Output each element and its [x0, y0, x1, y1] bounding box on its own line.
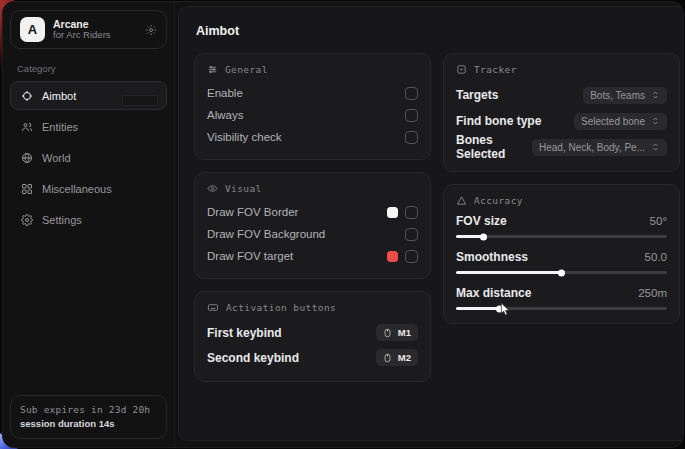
main-wrapper: Aimbot General — [175, 2, 684, 447]
sidebar-item-entities[interactable]: Entities — [10, 112, 167, 141]
slider-header: Max distance 250m — [456, 285, 667, 301]
brand-card: A Arcane for Arc Riders — [10, 10, 167, 49]
setting-row: Always — [207, 104, 418, 126]
tracker-label: Find bone type — [456, 114, 541, 128]
sidebar-item-label: World — [42, 152, 71, 164]
keybind-label: Second keybind — [207, 351, 299, 365]
max-distance-slider[interactable] — [456, 307, 667, 310]
keybind-row: First keybind M1 — [207, 320, 418, 345]
second-keybind-button[interactable]: M2 — [376, 349, 418, 366]
smoothness-group: Smoothness 50.0 — [456, 249, 667, 274]
left-column: General Enable Always Visibility check — [194, 53, 431, 382]
setting-label: Visibility check — [207, 131, 282, 143]
mouse-icon — [382, 353, 393, 363]
slider-header: Smoothness 50.0 — [456, 249, 667, 265]
sidebar-spacer — [10, 236, 167, 395]
setting-row: Enable — [207, 82, 418, 104]
slider-thumb[interactable] — [496, 305, 503, 312]
slider-value: 250m — [638, 287, 667, 299]
card-title: Visual — [225, 183, 262, 194]
right-column: Tracker Targets Bots, Teams — [443, 53, 680, 324]
setting-label: Draw FOV Border — [207, 206, 298, 218]
setting-controls — [387, 250, 418, 263]
slider-fill — [456, 307, 500, 310]
globe-icon — [21, 152, 33, 164]
gear-icon[interactable] — [145, 24, 157, 36]
bones-selected-dropdown[interactable]: Head, Neck, Body, Pe... — [532, 139, 667, 156]
setting-row: Visibility check — [207, 126, 418, 148]
fov-border-checkbox[interactable] — [405, 206, 418, 219]
slider-label: Smoothness — [456, 250, 528, 264]
fov-border-color-swatch[interactable] — [387, 207, 398, 218]
setting-row: Draw FOV Border — [207, 201, 418, 223]
brand-text: Arcane for Arc Riders — [53, 18, 111, 41]
card-title: General — [225, 64, 268, 75]
max-distance-group: Max distance 250m — [456, 285, 667, 310]
slider-fill — [456, 235, 484, 238]
always-checkbox[interactable] — [405, 109, 418, 122]
sidebar-item-label: Settings — [42, 214, 82, 226]
activation-card: Activation buttons First keybind M1 — [194, 291, 431, 382]
slider-value: 50.0 — [645, 251, 667, 263]
fov-target-checkbox[interactable] — [405, 250, 418, 263]
slider-fill — [456, 271, 562, 274]
slider-thumb[interactable] — [558, 269, 565, 276]
keybind-label: First keybind — [207, 326, 282, 340]
setting-controls — [405, 228, 418, 241]
sidebar: A Arcane for Arc Riders Category Aimbot — [3, 2, 175, 447]
sub-expiry-text: Sub expires in 23d 20h — [20, 404, 157, 415]
first-keybind-button[interactable]: M1 — [376, 324, 418, 341]
activation-card-header: Activation buttons — [207, 302, 418, 313]
sidebar-item-miscellaneous[interactable]: Miscellaneous — [10, 174, 167, 203]
sidebar-item-aimbot[interactable]: Aimbot — [10, 81, 167, 110]
smoothness-slider[interactable] — [456, 271, 667, 274]
tracker-card-header: Tracker — [456, 64, 667, 75]
fov-size-group: FOV size 50° — [456, 213, 667, 238]
mouse-icon — [382, 328, 393, 338]
slider-label: FOV size — [456, 214, 507, 228]
entities-icon — [21, 121, 33, 133]
general-card: General Enable Always Visibility check — [194, 53, 431, 160]
chevron-up-down-icon — [651, 116, 660, 126]
accuracy-card: Accuracy FOV size 50° — [443, 184, 680, 324]
chevron-up-down-icon — [651, 90, 660, 100]
setting-row: Draw FOV Background — [207, 223, 418, 245]
eye-icon — [207, 183, 218, 194]
session-duration-text: session duration 14s — [20, 418, 157, 429]
sidebar-item-world[interactable]: World — [10, 143, 167, 172]
crosshair-icon — [21, 90, 33, 102]
slider-value: 50° — [650, 215, 667, 227]
keybind-row: Second keybind M2 — [207, 345, 418, 370]
dropdown-value: Bots, Teams — [590, 90, 645, 101]
fov-target-color-swatch[interactable] — [387, 251, 398, 262]
visibility-check-checkbox[interactable] — [405, 131, 418, 144]
enable-checkbox[interactable] — [405, 87, 418, 100]
arcane-logo: A — [20, 17, 45, 42]
slider-thumb[interactable] — [480, 233, 487, 240]
card-title: Accuracy — [474, 195, 523, 206]
card-title: Activation buttons — [226, 302, 336, 313]
card-title: Tracker — [474, 64, 517, 75]
find-bone-type-dropdown[interactable]: Selected bone — [574, 113, 667, 130]
sidebar-item-hint — [122, 95, 158, 106]
visual-card-header: Visual — [207, 183, 418, 194]
tracker-row: Targets Bots, Teams — [456, 82, 667, 108]
subscription-card: Sub expires in 23d 20h session duration … — [10, 395, 167, 439]
accuracy-card-header: Accuracy — [456, 195, 667, 206]
category-label: Category — [17, 63, 160, 74]
setting-label: Draw FOV target — [207, 250, 293, 262]
tracker-label: Targets — [456, 88, 498, 102]
triangle-icon — [456, 195, 467, 206]
tracker-card: Tracker Targets Bots, Teams — [443, 53, 680, 172]
tracker-label: Bones Selected — [456, 133, 532, 161]
fov-size-slider[interactable] — [456, 235, 667, 238]
targets-dropdown[interactable]: Bots, Teams — [583, 87, 667, 104]
sidebar-item-label: Miscellaneous — [42, 183, 112, 195]
sidebar-item-settings[interactable]: Settings — [10, 205, 167, 234]
main-panel: Aimbot General — [178, 6, 684, 441]
dropdown-value: Head, Neck, Body, Pe... — [539, 142, 645, 153]
fov-background-checkbox[interactable] — [405, 228, 418, 241]
visual-card: Visual Draw FOV Border Draw FOV Backgrou… — [194, 172, 431, 279]
setting-label: Draw FOV Background — [207, 228, 325, 240]
sidebar-item-label: Entities — [42, 121, 78, 133]
